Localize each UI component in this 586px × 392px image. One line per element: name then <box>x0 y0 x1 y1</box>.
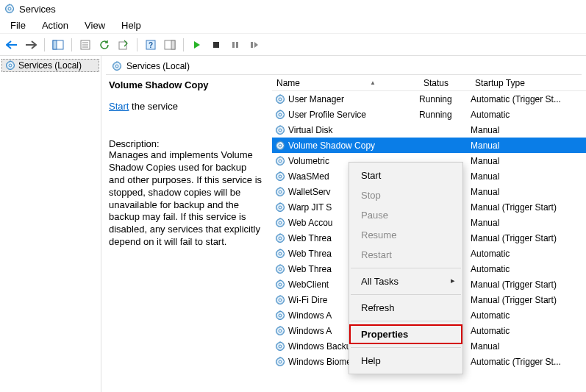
service-startup: Automatic <box>471 110 586 120</box>
content-area: Services (Local) Services (Local) Volume… <box>0 56 586 392</box>
svg-rect-14 <box>232 42 235 48</box>
service-startup: Automatic <box>471 326 586 336</box>
titlebar: Services <box>0 0 586 18</box>
service-icon <box>275 279 285 290</box>
service-name: Virtual Disk <box>288 125 332 135</box>
service-name: User Profile Service <box>288 110 366 120</box>
column-status[interactable]: Status <box>419 75 471 90</box>
show-hide-action-pane-button[interactable] <box>161 36 179 54</box>
service-icon <box>275 357 285 367</box>
service-row[interactable]: User Profile ServiceRunningAutomatic <box>272 107 586 122</box>
ctx-help[interactable]: Help <box>349 351 462 371</box>
service-name: User Manager <box>288 94 344 104</box>
column-name[interactable]: Name ▲ <box>272 75 419 90</box>
service-name: Volume Shadow Copy <box>288 140 375 151</box>
service-row[interactable]: Volume Shadow CopyManual <box>272 138 586 153</box>
sort-indicator-icon: ▲ <box>370 79 376 86</box>
menubar: File Action View Help <box>0 18 586 34</box>
service-icon <box>275 94 285 104</box>
service-startup: Automatic (Trigger St... <box>471 94 586 104</box>
show-hide-tree-button[interactable] <box>49 36 67 54</box>
ctx-all-tasks[interactable]: All Tasks <box>349 271 462 291</box>
service-icon <box>275 249 285 259</box>
column-startup[interactable]: Startup Type <box>471 75 586 90</box>
window-title: Services <box>19 4 56 15</box>
service-name: WebClient <box>288 279 329 290</box>
service-startup: Automatic <box>471 310 586 321</box>
service-status: Running <box>419 110 471 120</box>
service-startup: Manual (Trigger Start) <box>471 279 586 290</box>
service-icon <box>275 310 285 321</box>
pause-service-button[interactable] <box>226 36 244 54</box>
service-icon <box>275 110 285 120</box>
detail-description-text: Manages and implements Volume Shadow Cop… <box>109 149 265 249</box>
ctx-restart[interactable]: Restart <box>349 245 462 265</box>
service-icon <box>275 295 285 305</box>
stop-service-button[interactable] <box>207 36 225 54</box>
service-name: Windows A <box>288 326 332 336</box>
menu-view[interactable]: View <box>77 18 112 32</box>
service-icon <box>275 341 285 352</box>
menu-help[interactable]: Help <box>114 18 149 32</box>
service-startup: Manual <box>471 171 586 182</box>
service-icon <box>275 171 285 182</box>
service-row[interactable]: User ManagerRunningAutomatic (Trigger St… <box>272 91 586 107</box>
toolbar: ? <box>0 34 586 56</box>
service-startup: Manual <box>471 140 586 151</box>
restart-service-button[interactable] <box>246 36 263 54</box>
context-menu: Start Stop Pause Resume Restart All Task… <box>349 162 463 374</box>
service-icon <box>275 202 285 213</box>
tree-root-services[interactable]: Services (Local) <box>1 59 99 72</box>
ctx-stop[interactable]: Stop <box>349 185 462 205</box>
pane-header-label: Services (Local) <box>126 61 190 71</box>
menu-action[interactable]: Action <box>35 18 76 32</box>
service-status: Running <box>419 94 471 104</box>
service-startup: Manual <box>471 341 586 352</box>
service-row[interactable]: Virtual DiskManual <box>272 122 586 138</box>
service-icon <box>275 187 285 197</box>
svg-rect-16 <box>251 42 253 48</box>
service-icon <box>275 156 285 166</box>
ctx-pause[interactable]: Pause <box>349 205 462 225</box>
start-service-button[interactable] <box>188 36 206 54</box>
service-icon <box>275 233 285 243</box>
service-name: WaaSMed <box>288 171 329 182</box>
service-name: Warp JIT S <box>288 202 332 213</box>
services-icon <box>5 60 15 71</box>
service-name: Web Accou <box>288 218 332 228</box>
svg-rect-12 <box>171 40 175 49</box>
service-icon <box>275 140 285 151</box>
svg-rect-3 <box>53 40 57 49</box>
detail-service-name: Volume Shadow Copy <box>109 79 265 90</box>
export-list-button[interactable] <box>115 36 132 54</box>
service-startup: Manual (Trigger Start) <box>471 202 586 213</box>
tree-root-label: Services (Local) <box>18 60 82 71</box>
help-button[interactable]: ? <box>142 36 160 54</box>
service-name: Windows Backup <box>288 341 356 352</box>
detail-start-line: Start the service <box>109 101 265 112</box>
service-name: Web Threa <box>288 264 332 274</box>
service-startup: Manual <box>471 218 586 228</box>
service-name: Volumetric <box>288 156 329 166</box>
refresh-button[interactable] <box>96 36 113 54</box>
service-name: WalletServ <box>288 187 331 197</box>
ctx-resume[interactable]: Resume <box>349 225 462 245</box>
ctx-properties[interactable]: Properties <box>349 324 462 344</box>
start-service-suffix: the service <box>132 101 178 112</box>
service-startup: Automatic <box>471 249 586 259</box>
service-name: Web Threa <box>288 249 332 259</box>
properties-button[interactable] <box>76 36 94 54</box>
service-startup: Manual <box>471 125 586 135</box>
services-icon <box>112 61 122 71</box>
ctx-start[interactable]: Start <box>349 165 462 185</box>
svg-rect-15 <box>236 42 238 48</box>
menu-file[interactable]: File <box>3 18 33 32</box>
service-startup: Automatic <box>471 264 586 274</box>
ctx-refresh[interactable]: Refresh <box>349 298 462 318</box>
svg-rect-13 <box>213 42 219 48</box>
back-button[interactable] <box>3 36 21 54</box>
start-service-link[interactable]: Start <box>109 101 129 112</box>
forward-button[interactable] <box>22 36 40 54</box>
list-header: Name ▲ Status Startup Type <box>272 75 586 91</box>
service-startup: Manual (Trigger Start) <box>471 295 586 305</box>
